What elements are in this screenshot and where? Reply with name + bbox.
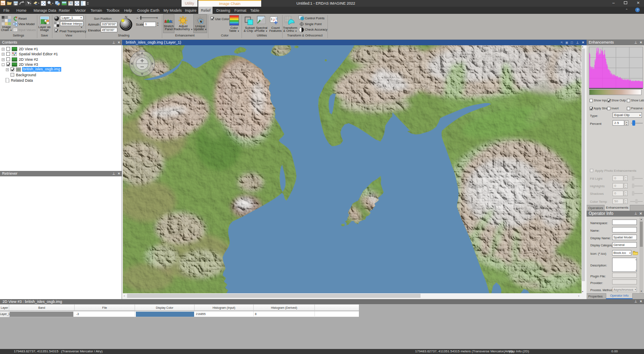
svg-text:In: In — [1, 2, 4, 5]
svg-text:1: 1 — [271, 17, 273, 21]
svg-text:2: 2 — [273, 18, 275, 22]
svg-text:3: 3 — [275, 17, 278, 21]
